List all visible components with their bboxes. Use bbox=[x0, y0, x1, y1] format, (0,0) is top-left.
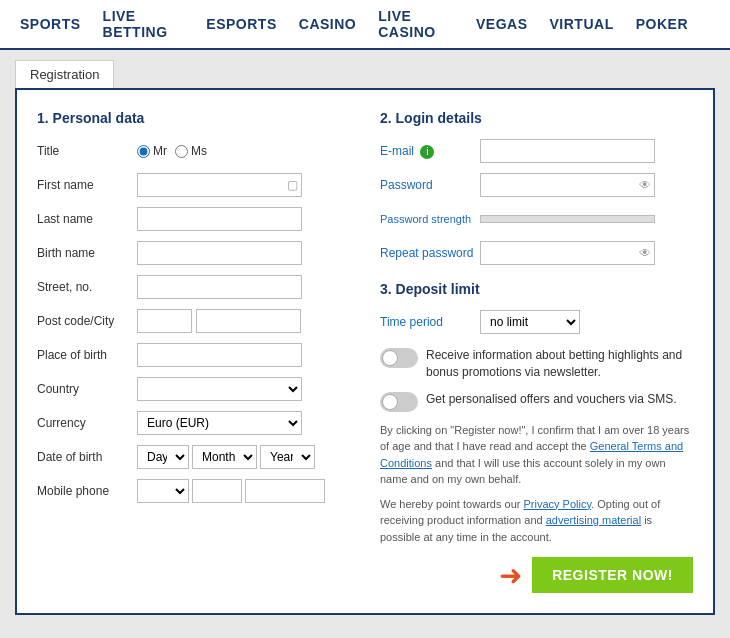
password-input-wrapper: 👁 bbox=[480, 173, 655, 197]
calendar-icon: ▢ bbox=[287, 178, 298, 192]
legal-text-2: We hereby point towards our Privacy Poli… bbox=[380, 496, 693, 546]
password-label: Password bbox=[380, 178, 480, 192]
top-navigation: SPORTS LIVE BETTING ESPORTS CASINO LIVE … bbox=[0, 0, 730, 50]
ms-label[interactable]: Ms bbox=[175, 144, 207, 158]
country-row: Country bbox=[37, 376, 350, 402]
mobile-number-input[interactable] bbox=[245, 479, 325, 503]
mr-radio[interactable] bbox=[137, 145, 150, 158]
nav-live-casino[interactable]: LIVE CASINO bbox=[378, 8, 454, 40]
mobile-area-input[interactable] bbox=[192, 479, 242, 503]
last-name-input[interactable] bbox=[137, 207, 302, 231]
email-info-icon[interactable]: i bbox=[420, 145, 434, 159]
street-input[interactable] bbox=[137, 275, 302, 299]
nav-casino[interactable]: CASINO bbox=[299, 16, 356, 32]
last-name-row: Last name bbox=[37, 206, 350, 232]
dob-year-select[interactable]: Year bbox=[260, 445, 315, 469]
email-input[interactable] bbox=[480, 139, 655, 163]
mr-label[interactable]: Mr bbox=[137, 144, 167, 158]
advertising-link[interactable]: advertising material bbox=[546, 514, 641, 526]
last-name-label: Last name bbox=[37, 212, 137, 226]
time-period-row: Time period no limit bbox=[380, 309, 693, 335]
mobile-label: Mobile phone bbox=[37, 484, 137, 498]
newsletter-toggle-thumb bbox=[382, 350, 398, 366]
repeat-password-eye-icon[interactable]: 👁 bbox=[639, 246, 651, 260]
currency-row: Currency Euro (EUR) bbox=[37, 410, 350, 436]
password-strength-bar bbox=[480, 215, 655, 223]
ms-radio[interactable] bbox=[175, 145, 188, 158]
nav-sports[interactable]: SPORTS bbox=[20, 16, 81, 32]
dob-day-select[interactable]: Day bbox=[137, 445, 189, 469]
repeat-password-input[interactable] bbox=[480, 241, 655, 265]
currency-label: Currency bbox=[37, 416, 137, 430]
legal-text-1: By clicking on "Register now!", I confir… bbox=[380, 422, 693, 488]
first-name-input[interactable] bbox=[137, 173, 302, 197]
nav-virtual[interactable]: VIRTUAL bbox=[550, 16, 614, 32]
place-of-birth-row: Place of birth bbox=[37, 342, 350, 368]
sms-toggle[interactable] bbox=[380, 392, 418, 412]
repeat-password-label: Repeat password bbox=[380, 246, 480, 260]
currency-select[interactable]: Euro (EUR) bbox=[137, 411, 302, 435]
repeat-password-input-wrapper: 👁 bbox=[480, 241, 655, 265]
nav-poker[interactable]: POKER bbox=[636, 16, 688, 32]
first-name-label: First name bbox=[37, 178, 137, 192]
first-name-input-wrapper: ▢ bbox=[137, 173, 302, 197]
postcode-row: Post code/City bbox=[37, 308, 350, 334]
newsletter-toggle-text: Receive information about betting highli… bbox=[426, 347, 693, 381]
repeat-password-row: Repeat password 👁 bbox=[380, 240, 693, 266]
title-label: Title bbox=[37, 144, 137, 158]
privacy-link[interactable]: Privacy Policy bbox=[523, 498, 591, 510]
place-of-birth-input[interactable] bbox=[137, 343, 302, 367]
nav-live-betting[interactable]: LIVE BETTING bbox=[103, 8, 185, 40]
personal-data-section: 1. Personal data Title Mr Ms First bbox=[37, 110, 350, 593]
dob-selects: Day Month Year bbox=[137, 445, 315, 469]
email-label: E-mail i bbox=[380, 144, 480, 159]
password-eye-icon[interactable]: 👁 bbox=[639, 178, 651, 192]
mr-text: Mr bbox=[153, 144, 167, 158]
postcode-label: Post code/City bbox=[37, 314, 137, 328]
place-of-birth-label: Place of birth bbox=[37, 348, 137, 362]
dob-row: Date of birth Day Month Year bbox=[37, 444, 350, 470]
password-strength-label: Password strength bbox=[380, 213, 480, 225]
newsletter-toggle-row: Receive information about betting highli… bbox=[380, 347, 693, 381]
nav-esports[interactable]: ESPORTS bbox=[206, 16, 276, 32]
arrow-right-icon: ➜ bbox=[499, 559, 522, 592]
password-strength-row: Password strength bbox=[380, 206, 693, 232]
password-input[interactable] bbox=[480, 173, 655, 197]
birth-name-row: Birth name bbox=[37, 240, 350, 266]
login-details-section: 2. Login details E-mail i Password 👁 P bbox=[380, 110, 693, 593]
mobile-inputs bbox=[137, 479, 325, 503]
register-row: ➜ REGISTER NOW! bbox=[380, 557, 693, 593]
city-input[interactable] bbox=[196, 309, 301, 333]
postcode-inputs bbox=[137, 309, 301, 333]
password-row: Password 👁 bbox=[380, 172, 693, 198]
time-period-select[interactable]: no limit bbox=[480, 310, 580, 334]
postcode-input[interactable] bbox=[137, 309, 192, 333]
title-row: Title Mr Ms bbox=[37, 138, 350, 164]
toggles-section: Receive information about betting highli… bbox=[380, 347, 693, 412]
nav-vegas[interactable]: VEGAS bbox=[476, 16, 528, 32]
section2-title: 2. Login details bbox=[380, 110, 693, 126]
dob-month-select[interactable]: Month bbox=[192, 445, 257, 469]
sms-toggle-text: Get personalised offers and vouchers via… bbox=[426, 391, 677, 408]
street-label: Street, no. bbox=[37, 280, 137, 294]
page-content: Registration 1. Personal data Title Mr M… bbox=[0, 50, 730, 625]
terms-link[interactable]: General Terms and Conditions bbox=[380, 440, 683, 469]
mobile-country-select[interactable] bbox=[137, 479, 189, 503]
ms-text: Ms bbox=[191, 144, 207, 158]
registration-form: 1. Personal data Title Mr Ms First bbox=[15, 88, 715, 615]
street-row: Street, no. bbox=[37, 274, 350, 300]
country-select[interactable] bbox=[137, 377, 302, 401]
section3-title: 3. Deposit limit bbox=[380, 281, 693, 297]
email-row: E-mail i bbox=[380, 138, 693, 164]
newsletter-toggle[interactable] bbox=[380, 348, 418, 368]
dob-label: Date of birth bbox=[37, 450, 137, 464]
sms-toggle-row: Get personalised offers and vouchers via… bbox=[380, 391, 693, 412]
section1-title: 1. Personal data bbox=[37, 110, 350, 126]
country-label: Country bbox=[37, 382, 137, 396]
birth-name-input[interactable] bbox=[137, 241, 302, 265]
time-period-label: Time period bbox=[380, 315, 480, 329]
registration-tab[interactable]: Registration bbox=[15, 60, 114, 88]
title-radio-group: Mr Ms bbox=[137, 144, 207, 158]
deposit-limit-section: 3. Deposit limit Time period no limit bbox=[380, 281, 693, 335]
register-button[interactable]: REGISTER NOW! bbox=[532, 557, 693, 593]
